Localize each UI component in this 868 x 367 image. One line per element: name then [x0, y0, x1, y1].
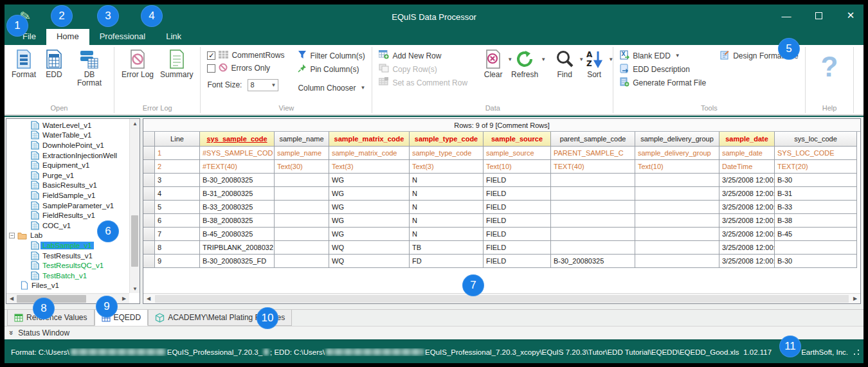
grid-cell[interactable]: WQ [329, 241, 410, 255]
grid-cell[interactable]: TEXT(20) [775, 160, 857, 174]
status-window-bar[interactable]: » Status Window [5, 326, 863, 339]
line-number-cell[interactable]: 9 [155, 255, 200, 268]
refresh-button[interactable]: ▼ Refresh [508, 48, 541, 81]
grid-cell[interactable] [775, 241, 857, 255]
scroll-left-icon[interactable]: ◀ [6, 294, 17, 304]
grid-cell[interactable]: #SYS_SAMPLE_COD [200, 147, 275, 160]
grid-cell[interactable]: N [410, 201, 484, 214]
grid-cell[interactable] [275, 201, 329, 214]
scroll-up-icon[interactable]: ▲ [130, 119, 140, 128]
line-number-cell[interactable]: 5 [155, 201, 200, 214]
tree-item-testresults_v1[interactable]: TestResults_v1 [6, 251, 129, 261]
grid-cell[interactable]: N [410, 174, 484, 187]
tree-item-extractioninjectionwell[interactable]: ExtractionInjectionWell [6, 150, 129, 161]
grid-cell[interactable]: B-38 [775, 214, 857, 228]
tree-item-testbatch_v1[interactable]: TestBatch_v1 [6, 271, 129, 281]
row-selector[interactable] [143, 174, 155, 187]
grid-cell[interactable]: B-38_20080325 [200, 214, 275, 228]
grid-cell[interactable] [635, 214, 719, 228]
format-button[interactable]: Format [8, 48, 39, 81]
collapse-chevron-icon[interactable]: » [8, 330, 15, 335]
column-header-line[interactable]: Line [155, 132, 200, 147]
grid-cell[interactable]: FIELD [484, 201, 551, 214]
grid-cell[interactable] [551, 201, 635, 214]
row-selector[interactable] [143, 241, 155, 255]
tree-vscroll-thumb[interactable] [131, 215, 138, 267]
line-number-cell[interactable]: 1 [155, 147, 200, 160]
line-number-cell[interactable]: 6 [155, 214, 200, 228]
comment-rows-checkbox-row[interactable]: ✓ CommentRows [207, 49, 284, 62]
grid-cell[interactable]: B-30_20080325 [200, 174, 275, 187]
grid-cell[interactable]: FIELD [484, 174, 551, 187]
tree-item-equipment_v1[interactable]: Equipment_v1 [6, 160, 129, 170]
grid-cell[interactable] [551, 214, 635, 228]
tab-home[interactable]: Home [46, 29, 89, 45]
tree-expander-icon[interactable]: − [9, 233, 15, 238]
grid-corner-cell[interactable] [143, 132, 155, 147]
help-question-icon[interactable]: ? [809, 48, 850, 81]
tree-item-basicresults_v1[interactable]: BasicResults_v1 [6, 181, 129, 191]
grid-cell[interactable]: 3/25/2008 12:00:0 [719, 174, 775, 187]
grid-cell[interactable]: 3/25/2008 12:00:0 [719, 255, 775, 268]
grid-cell[interactable]: Text(3) [410, 160, 484, 174]
grid-cell[interactable]: TB [410, 241, 484, 255]
row-selector[interactable] [143, 201, 155, 214]
grid-cell[interactable] [635, 241, 719, 255]
tree-item-labsample_v1[interactable]: LabSample_v1 [6, 240, 129, 251]
grid-cell[interactable]: FIELD [484, 241, 551, 255]
scroll-left-icon[interactable]: ◀ [143, 294, 154, 304]
grid-cell[interactable] [551, 187, 635, 201]
grid-cell[interactable]: 3/25/2008 12:00:0 [719, 228, 775, 241]
grid-cell[interactable]: FIELD [484, 255, 551, 268]
grid-cell[interactable] [635, 174, 719, 187]
grid-cell[interactable]: sample_matrix_code [329, 147, 410, 160]
grid-cell[interactable]: WG [329, 187, 410, 201]
line-number-cell[interactable]: 2 [155, 160, 200, 174]
grid-cell[interactable]: B-30 [775, 174, 857, 187]
tree-item-sampleparameter_v1[interactable]: SampleParameter_v1 [6, 201, 129, 211]
generate-format-file-button[interactable]: Generate Format File [620, 76, 706, 89]
tab-professional[interactable]: Professional [89, 29, 156, 45]
column-header-sample_delivery_group[interactable]: sample_delivery_group [635, 132, 719, 147]
column-header-sys_loc_code[interactable]: sys_loc_code [775, 132, 857, 147]
tree-vertical-scrollbar[interactable]: ▲ ▼ [129, 119, 140, 293]
grid-cell[interactable]: #TEXT(40) [200, 160, 275, 174]
grid-cell[interactable]: B-30_20080325 [551, 255, 635, 268]
grid-cell[interactable] [635, 255, 719, 268]
tree-item-watertable_v1[interactable]: WaterTable_v1 [6, 130, 129, 141]
grid-cell[interactable] [275, 174, 329, 187]
resize-grip[interactable] [853, 349, 860, 355]
grid-cell[interactable]: 3/25/2008 12:00:0 [719, 241, 775, 255]
grid-cell[interactable]: sample_source [484, 147, 551, 160]
grid-cell[interactable]: Text(3) [329, 160, 410, 174]
grid-horizontal-scrollbar[interactable]: ◀ ▶ [143, 293, 860, 303]
grid-cell[interactable]: N [410, 187, 484, 201]
grid-cell[interactable] [551, 241, 635, 255]
add-new-row-button[interactable]: Add New Row [379, 49, 467, 62]
column-header-sys_sample_code[interactable]: sys_sample_code [200, 132, 275, 147]
grid-cell[interactable]: FD [410, 255, 484, 268]
clear-button[interactable]: ▼ Clear [478, 48, 508, 81]
grid-cell[interactable]: B-31 [775, 187, 857, 201]
grid-cell[interactable] [635, 228, 719, 241]
grid-cell[interactable]: N [410, 228, 484, 241]
grid-cell[interactable] [275, 255, 329, 268]
grid-cell[interactable]: TRIPBLANK_2008032 [200, 241, 275, 255]
grid-cell[interactable]: DateTime [719, 160, 775, 174]
sort-button[interactable]: AZ ▼ Sort [579, 48, 609, 81]
grid-cell[interactable] [551, 174, 635, 187]
grid-cell[interactable]: B-30_20080325_FD [200, 255, 275, 268]
grid-cell[interactable] [635, 201, 719, 214]
errors-only-checkbox[interactable] [207, 64, 215, 73]
line-number-cell[interactable]: 8 [155, 241, 200, 255]
filter-columns-button[interactable]: Filter Column(s) [298, 49, 365, 62]
grid-cell[interactable] [275, 228, 329, 241]
db-format-button[interactable]: DB Format [69, 48, 110, 89]
minimize-icon[interactable]: — [780, 10, 793, 21]
set-comment-row-button[interactable]: Set as Comment Row [379, 76, 467, 89]
grid-cell[interactable]: Text(10) [484, 160, 551, 174]
scroll-right-icon[interactable]: ▶ [850, 294, 860, 304]
grid-cell[interactable]: B-33 [775, 201, 857, 214]
maximize-icon[interactable] [812, 10, 825, 21]
row-selector[interactable] [143, 228, 155, 241]
